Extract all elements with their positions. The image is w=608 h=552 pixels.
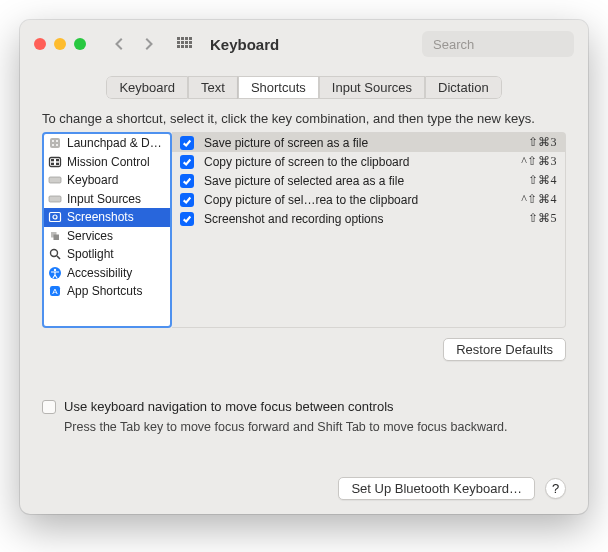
- shortcut-key[interactable]: ⇧⌘4: [528, 173, 558, 188]
- close-button[interactable]: [34, 38, 46, 50]
- sidebar-item-app-shortcuts[interactable]: A App Shortcuts: [44, 282, 170, 301]
- sidebar-item-screenshots[interactable]: Screenshots: [44, 208, 170, 227]
- checkbox-unchecked[interactable]: [42, 400, 56, 414]
- svg-rect-4: [177, 41, 180, 44]
- svg-point-30: [51, 250, 58, 257]
- back-button[interactable]: [108, 32, 132, 56]
- shortcut-key[interactable]: ^⇧⌘4: [521, 192, 557, 207]
- sidebar-item-label: Launchpad & D…: [67, 136, 162, 150]
- sidebar-item-accessibility[interactable]: Accessibility: [44, 264, 170, 283]
- keyboard-nav-check[interactable]: Use keyboard navigation to move focus be…: [42, 399, 566, 414]
- svg-rect-19: [50, 157, 61, 166]
- shortcut-row[interactable]: Screenshot and recording options ⇧⌘5: [172, 209, 565, 228]
- sidebar-item-label: Spotlight: [67, 247, 114, 261]
- shortcut-key[interactable]: ^⇧⌘3: [521, 154, 557, 169]
- window-controls: [34, 38, 86, 50]
- screenshots-icon: [48, 210, 62, 224]
- svg-rect-10: [185, 45, 188, 48]
- sidebar-item-spotlight[interactable]: Spotlight: [44, 245, 170, 264]
- setup-bluetooth-button[interactable]: Set Up Bluetooth Keyboard…: [338, 477, 535, 500]
- sidebar-item-label: Accessibility: [67, 266, 132, 280]
- svg-rect-7: [189, 41, 192, 44]
- tabs-segment: Keyboard Text Shortcuts Input Sources Di…: [106, 76, 501, 99]
- svg-point-15: [52, 140, 54, 142]
- sidebar-item-mission-control[interactable]: Mission Control: [44, 153, 170, 172]
- mission-control-icon: [48, 155, 62, 169]
- svg-rect-21: [56, 159, 59, 161]
- app-shortcuts-icon: A: [48, 284, 62, 298]
- services-icon: [48, 229, 62, 243]
- restore-defaults-button[interactable]: Restore Defaults: [443, 338, 566, 361]
- keyboard-nav-label: Use keyboard navigation to move focus be…: [64, 399, 394, 414]
- sidebar-item-launchpad[interactable]: Launchpad & D…: [44, 134, 170, 153]
- panes: Launchpad & D… Mission Control Keyboard …: [42, 132, 566, 328]
- shortcut-label: Copy picture of sel…rea to the clipboard: [204, 193, 511, 207]
- sidebar-item-label: Services: [67, 229, 113, 243]
- svg-rect-3: [189, 37, 192, 40]
- shortcut-key[interactable]: ⇧⌘5: [528, 211, 558, 226]
- shortcut-key[interactable]: ⇧⌘3: [528, 135, 558, 150]
- show-all-button[interactable]: [172, 32, 196, 56]
- svg-point-17: [52, 144, 54, 146]
- sidebar-item-input-sources[interactable]: Input Sources: [44, 190, 170, 209]
- shortcut-row[interactable]: Save picture of selected area as a file …: [172, 171, 565, 190]
- svg-rect-20: [51, 159, 54, 161]
- forward-button[interactable]: [136, 32, 160, 56]
- footer: Set Up Bluetooth Keyboard… ?: [20, 467, 588, 514]
- shortcut-label: Copy picture of screen to the clipboard: [204, 155, 511, 169]
- sidebar-item-label: Mission Control: [67, 155, 150, 169]
- shortcut-row[interactable]: Save picture of screen as a file ⇧⌘3: [172, 133, 565, 152]
- maximize-button[interactable]: [74, 38, 86, 50]
- svg-rect-26: [50, 213, 61, 222]
- svg-rect-1: [181, 37, 184, 40]
- tab-dictation[interactable]: Dictation: [425, 76, 502, 99]
- svg-rect-25: [49, 196, 61, 202]
- shortcut-label: Save picture of selected area as a file: [204, 174, 518, 188]
- sidebar-item-label: Input Sources: [67, 192, 141, 206]
- svg-rect-0: [177, 37, 180, 40]
- checkbox-checked[interactable]: [180, 155, 194, 169]
- nav-buttons: [108, 32, 160, 56]
- tabbar: Keyboard Text Shortcuts Input Sources Di…: [20, 68, 588, 111]
- window-title: Keyboard: [210, 36, 279, 53]
- tab-shortcuts[interactable]: Shortcuts: [238, 76, 319, 99]
- titlebar: Keyboard: [20, 20, 588, 68]
- body: To change a shortcut, select it, click t…: [20, 111, 588, 467]
- svg-rect-6: [185, 41, 188, 44]
- shortcut-label: Save picture of screen as a file: [204, 136, 518, 150]
- sidebar-item-label: Screenshots: [67, 210, 134, 224]
- launchpad-icon: [48, 136, 62, 150]
- restore-row: Restore Defaults: [42, 328, 566, 361]
- svg-line-31: [57, 256, 60, 259]
- sidebar-item-services[interactable]: Services: [44, 227, 170, 246]
- keyboard-icon: [48, 173, 62, 187]
- svg-rect-23: [56, 162, 59, 164]
- category-sidebar[interactable]: Launchpad & D… Mission Control Keyboard …: [42, 132, 172, 328]
- shortcut-row[interactable]: Copy picture of screen to the clipboard …: [172, 152, 565, 171]
- search-field[interactable]: [422, 31, 574, 57]
- svg-rect-8: [177, 45, 180, 48]
- shortcuts-list[interactable]: Save picture of screen as a file ⇧⌘3 Cop…: [172, 132, 566, 328]
- search-input[interactable]: [433, 37, 588, 52]
- checkbox-checked[interactable]: [180, 136, 194, 150]
- svg-rect-29: [54, 234, 60, 240]
- checkbox-checked[interactable]: [180, 212, 194, 226]
- input-sources-icon: [48, 192, 62, 206]
- spotlight-icon: [48, 247, 62, 261]
- checkbox-checked[interactable]: [180, 174, 194, 188]
- svg-point-27: [53, 215, 57, 219]
- checkbox-checked[interactable]: [180, 193, 194, 207]
- tab-input-sources[interactable]: Input Sources: [319, 76, 425, 99]
- help-button[interactable]: ?: [545, 478, 566, 499]
- sidebar-item-keyboard[interactable]: Keyboard: [44, 171, 170, 190]
- tab-keyboard[interactable]: Keyboard: [106, 76, 188, 99]
- accessibility-icon: [48, 266, 62, 280]
- svg-rect-14: [50, 138, 60, 148]
- svg-point-16: [56, 140, 58, 142]
- description: To change a shortcut, select it, click t…: [42, 111, 566, 126]
- shortcut-row[interactable]: Copy picture of sel…rea to the clipboard…: [172, 190, 565, 209]
- svg-text:A: A: [52, 287, 58, 296]
- minimize-button[interactable]: [54, 38, 66, 50]
- svg-rect-22: [51, 162, 54, 164]
- tab-text[interactable]: Text: [188, 76, 238, 99]
